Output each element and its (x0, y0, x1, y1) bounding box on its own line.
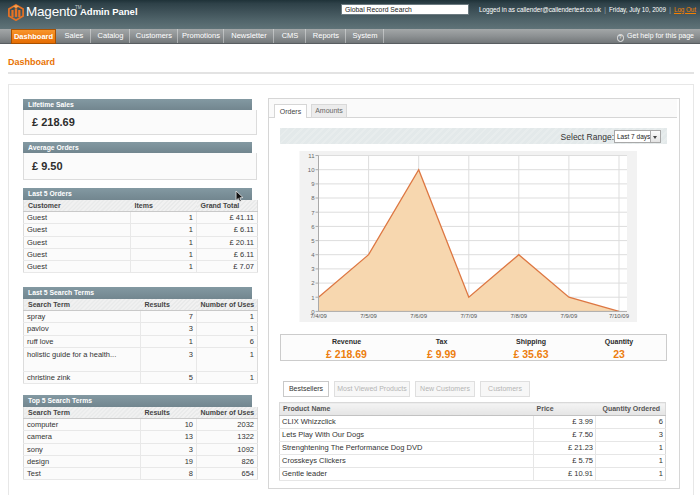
svg-text:7/8/09: 7/8/09 (510, 313, 527, 319)
svg-text:7/5/09: 7/5/09 (360, 313, 377, 319)
svg-text:7/6/09: 7/6/09 (410, 313, 427, 319)
svg-text:7/9/09: 7/9/09 (561, 313, 578, 319)
svg-text:10: 10 (308, 167, 315, 173)
svg-text:7/4/09: 7/4/09 (310, 313, 327, 319)
svg-text:7/7/09: 7/7/09 (460, 313, 477, 319)
svg-text:11: 11 (308, 153, 315, 159)
svg-text:7/10/09: 7/10/09 (609, 313, 630, 319)
